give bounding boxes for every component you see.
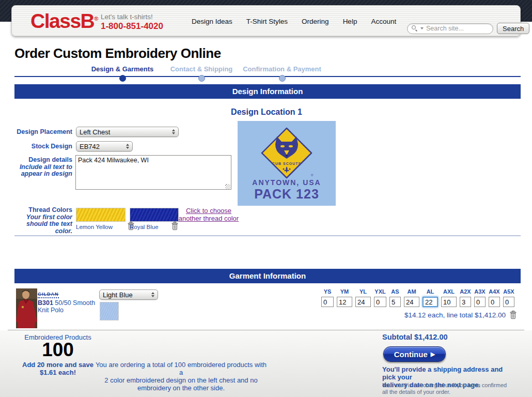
classb-logo[interactable]: ClassB® xyxy=(30,10,98,33)
size-input-al[interactable] xyxy=(423,297,438,307)
stock-design-value: EB742 xyxy=(80,143,123,150)
garment-color-value: Light Blue xyxy=(103,291,148,299)
size-column-am: AM xyxy=(404,288,419,307)
resize-handle-icon[interactable] xyxy=(225,184,230,189)
subtotal-text: Subtotal $1,412.00 xyxy=(382,333,448,341)
card-charge-note: Your card is not charged until you have … xyxy=(382,382,511,395)
size-input-am[interactable] xyxy=(404,297,419,307)
size-column-ym: YM xyxy=(337,288,352,307)
continue-label: Continue xyxy=(394,350,428,359)
search-area: Search site... Search xyxy=(407,23,529,34)
size-quantity-grid: YSYMYLYXLASAMALAXLA2XA3XA4XA5X xyxy=(321,288,514,307)
size-column-as: AS xyxy=(389,288,401,307)
progress-step-label: Confirmation & Payment xyxy=(225,65,339,73)
design-placement-value: Left Chest xyxy=(80,128,169,136)
product-photo xyxy=(16,288,37,328)
design-details-textarea[interactable]: Pack 424 Milwaukee, WI xyxy=(75,155,231,190)
preview-text-line2: PACK 123 xyxy=(238,187,336,202)
section-divider xyxy=(14,235,521,236)
size-column-a4x: A4X xyxy=(489,288,500,307)
size-label-ys: YS xyxy=(324,288,332,295)
site-header: ClassB® Let's talk t-shirts! 1-800-851-4… xyxy=(11,5,521,36)
size-input-a4x[interactable] xyxy=(489,297,500,307)
main-nav: Design IdeasT-Shirt StylesOrderingHelpAc… xyxy=(192,6,396,37)
size-label-yl: YL xyxy=(359,288,367,295)
progress-step-dot-icon xyxy=(198,75,205,82)
garment-information-header: Garment Information xyxy=(14,269,521,283)
order-note-line3: embroidery on the other side. xyxy=(95,384,268,392)
design-details-label-main: Design details xyxy=(28,156,72,163)
size-label-al: AL xyxy=(427,288,434,295)
size-input-a5x[interactable] xyxy=(503,297,514,307)
size-label-ym: YM xyxy=(340,288,349,295)
progress-step-3[interactable]: Confirmation & Payment xyxy=(225,65,339,82)
size-input-a2x[interactable] xyxy=(460,297,471,307)
size-label-a5x: A5X xyxy=(503,288,514,295)
product-name-link[interactable]: B301 50/50 Smooth Knit Polo xyxy=(38,299,101,314)
size-input-yxl[interactable] xyxy=(374,297,386,307)
size-input-as[interactable] xyxy=(389,297,401,307)
continue-arrow-icon: ▶ xyxy=(431,351,435,358)
trash-icon[interactable] xyxy=(171,222,178,230)
nav-item-ordering[interactable]: Ordering xyxy=(302,18,329,25)
page-title: Order Custom Embroidery Online xyxy=(14,45,221,62)
design-preview-image: ® CUB SCOUTS ANYTOWN, USA PACK 123 xyxy=(238,121,336,206)
thread-name-lemon-yellow: Lemon Yellow xyxy=(76,224,113,230)
trash-icon[interactable] xyxy=(510,311,517,319)
search-input[interactable]: Search site... xyxy=(407,23,493,34)
badge-text: CUB SCOUTS xyxy=(238,162,336,165)
size-input-ys[interactable] xyxy=(321,297,334,307)
shipping-note-line1: You'll provide a shipping address and pi… xyxy=(382,365,511,381)
size-label-am: AM xyxy=(407,288,416,295)
design-location-title: Design Location 1 xyxy=(215,108,318,117)
select-stepper-icon xyxy=(151,292,154,297)
line-price-row: $14.12 each, line total $1,412.00 xyxy=(404,311,517,319)
size-column-a2x: A2X xyxy=(460,288,471,307)
order-custom-embroidery-page: ClassB® Let's talk t-shirts! 1-800-851-4… xyxy=(0,0,532,397)
nav-item-t-shirt-styles[interactable]: T-Shirt Styles xyxy=(246,18,288,25)
garment-color-select[interactable]: Light Blue xyxy=(99,289,158,300)
design-details-sublabel-2: appear in design xyxy=(12,171,72,178)
size-input-a3x[interactable] xyxy=(474,297,486,307)
size-label-axl: AXL xyxy=(443,288,455,295)
design-details-label: Design details Include all text to appea… xyxy=(12,157,72,178)
order-note: You are ordering a total of 100 embroide… xyxy=(95,361,268,392)
size-column-axl: AXL xyxy=(441,288,457,307)
thread-colors-sublabel-1: Your first color xyxy=(12,214,72,221)
garment-color-swatch xyxy=(100,302,119,320)
size-input-ym[interactable] xyxy=(337,297,352,307)
save-more-line1: Add 20 more and save xyxy=(11,361,104,369)
continue-button[interactable]: Continue ▶ xyxy=(383,346,446,362)
phone-number: 1-800-851-4020 xyxy=(101,21,163,32)
search-scope-chevron-icon xyxy=(420,27,424,29)
thread-swatch-royal-blue xyxy=(130,208,179,222)
choose-another-thread-color-link[interactable]: Click to choose another thread color xyxy=(178,207,239,222)
size-column-a3x: A3X xyxy=(474,288,486,307)
order-note-line1: You are ordering a total of 100 embroide… xyxy=(95,361,268,376)
order-note-line2: 2 color embroidered design on the left c… xyxy=(95,376,268,384)
line-price-text: $14.12 each, line total $1,412.00 xyxy=(404,311,506,319)
stock-design-label: Stock Design xyxy=(12,143,72,150)
thread-colors-label: Thread Colors Your first color should th… xyxy=(12,207,72,235)
nav-item-help[interactable]: Help xyxy=(343,18,357,25)
size-column-al: AL xyxy=(423,288,438,307)
stock-design-select[interactable]: EB742 xyxy=(76,141,133,151)
search-icon xyxy=(412,25,419,32)
design-placement-label: Design Placement xyxy=(12,129,72,136)
search-button[interactable]: Search xyxy=(497,23,529,34)
thread-name-royal-blue: Royal Blue xyxy=(130,224,159,230)
size-input-yl[interactable] xyxy=(355,297,371,307)
design-placement-select[interactable]: Left Chest xyxy=(76,127,179,137)
thread-colors-sublabel-3: color. xyxy=(12,228,72,235)
search-placeholder: Search site... xyxy=(426,25,464,32)
nav-item-account[interactable]: Account xyxy=(371,18,396,25)
logo-text: ClassB xyxy=(30,10,94,32)
gildan-brand-logo[interactable]: GILDAN xyxy=(38,292,59,298)
save-more-line2: $1.61 each! xyxy=(11,369,104,376)
progress-step-dot-icon xyxy=(279,75,286,82)
size-column-yxl: YXL xyxy=(374,288,386,307)
nav-item-design-ideas[interactable]: Design Ideas xyxy=(192,18,232,25)
thread-swatch-lemon-yellow xyxy=(76,208,126,222)
size-label-a3x: A3X xyxy=(474,288,485,295)
size-input-axl[interactable] xyxy=(441,297,457,307)
